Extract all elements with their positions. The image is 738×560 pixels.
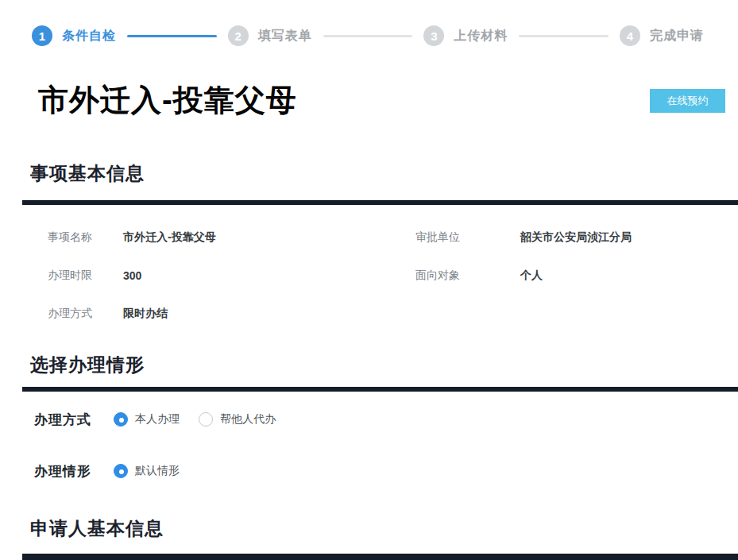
handling-mode-label: 办理方式 bbox=[34, 411, 114, 429]
field-label-processing-mode: 办理方式 bbox=[48, 307, 123, 321]
field-label-processing-time: 办理时限 bbox=[48, 268, 123, 283]
section-title-basic-info: 事项基本信息 bbox=[30, 161, 145, 186]
step-4-number-badge: 4 bbox=[620, 25, 640, 46]
section-title-choose-scenario: 选择办理情形 bbox=[30, 353, 145, 377]
radio-option-label: 本人办理 bbox=[135, 412, 180, 427]
section-title-applicant-info: 申请人基本信息 bbox=[30, 516, 164, 541]
radio-option-default-scenario[interactable]: 默认情形 bbox=[114, 464, 180, 478]
step-1-condition-check[interactable]: 1 条件自检 bbox=[32, 25, 127, 46]
step-1-number-badge: 1 bbox=[32, 25, 52, 46]
step-2-number-badge: 2 bbox=[228, 25, 249, 46]
radio-selected-icon[interactable] bbox=[114, 412, 128, 427]
radio-option-self-handle[interactable]: 本人办理 bbox=[114, 412, 180, 427]
step-1-label: 条件自检 bbox=[62, 28, 116, 44]
online-reservation-button[interactable]: 在线预约 bbox=[650, 89, 725, 113]
field-label-item-name: 事项名称 bbox=[48, 230, 123, 245]
basic-info-grid: 事项名称 市外迁入-投靠父母 审批单位 韶关市公安局浈江分局 办理时限 300 … bbox=[48, 218, 722, 333]
progress-stepper: 1 条件自检 2 填写表单 3 上传材料 4 完成申请 bbox=[32, 25, 715, 46]
radio-option-label: 默认情形 bbox=[135, 464, 180, 478]
step-2-fill-form[interactable]: 2 填写表单 bbox=[228, 25, 323, 46]
step-3-label: 上传材料 bbox=[454, 28, 508, 44]
field-label-target-audience: 面向对象 bbox=[415, 268, 520, 283]
step-4-complete-application[interactable]: 4 完成申请 bbox=[620, 25, 715, 46]
handling-scenario-label: 办理情形 bbox=[34, 462, 114, 481]
radio-unselected-icon[interactable] bbox=[199, 412, 213, 427]
section-divider bbox=[22, 200, 738, 205]
stepper-connector bbox=[323, 35, 413, 37]
field-label-approval-unit: 审批单位 bbox=[415, 230, 520, 245]
stepper-connector bbox=[519, 35, 609, 37]
step-3-upload-materials[interactable]: 3 上传材料 bbox=[423, 25, 519, 46]
field-value-processing-mode: 限时办结 bbox=[123, 307, 415, 321]
step-2-label: 填写表单 bbox=[258, 28, 312, 44]
radio-selected-icon[interactable] bbox=[114, 464, 128, 478]
field-value-item-name: 市外迁入-投靠父母 bbox=[123, 230, 415, 245]
step-3-number-badge: 3 bbox=[423, 25, 444, 46]
handling-mode-row: 办理方式 本人办理 帮他人代办 bbox=[34, 407, 722, 431]
stepper-connector bbox=[127, 35, 217, 37]
field-value-approval-unit: 韶关市公安局浈江分局 bbox=[520, 230, 722, 245]
section-divider bbox=[22, 554, 738, 560]
page-title: 市外迁入-投靠父母 bbox=[38, 80, 297, 121]
field-value-target-audience: 个人 bbox=[520, 268, 722, 283]
radio-option-handle-for-others[interactable]: 帮他人代办 bbox=[199, 412, 276, 427]
radio-option-label: 帮他人代办 bbox=[220, 412, 276, 427]
handling-scenario-row: 办理情形 默认情形 bbox=[34, 459, 722, 483]
field-value-processing-time: 300 bbox=[123, 269, 415, 282]
section-divider bbox=[22, 387, 738, 392]
step-4-label: 完成申请 bbox=[650, 28, 704, 44]
